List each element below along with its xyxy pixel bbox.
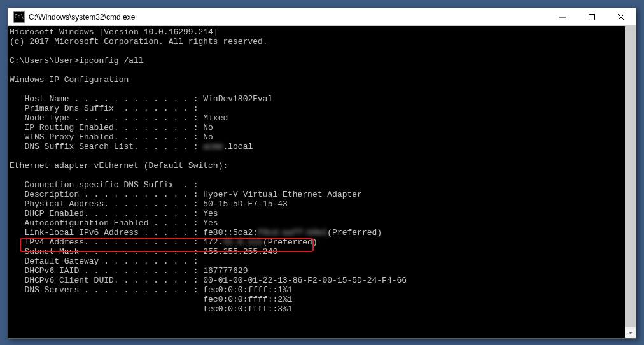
ipv6-line: Link-local IPv6 Address . . . . . : fe80…	[10, 228, 382, 237]
dns-servers-line: DNS Servers . . . . . . . . . . . : fec0…	[10, 285, 293, 295]
cmd-icon: C:\	[13, 11, 25, 23]
dhcpv6-iaid-line: DHCPv6 IAID . . . . . . . . . . . : 1677…	[10, 266, 248, 276]
node-type-line: Node Type . . . . . . . . . . . . : Mixe…	[10, 113, 228, 123]
dhcp-enabled-line: DHCP Enabled. . . . . . . . . . . : Yes	[10, 209, 218, 218]
conn-specific-line: Connection-specific DNS Suffix . :	[10, 180, 198, 190]
autoconfig-line: Autoconfiguration Enabled . . . . : Yes	[10, 218, 218, 228]
section-header: Windows IP Configuration	[10, 75, 129, 85]
window-controls	[548, 8, 636, 25]
vertical-scrollbar[interactable]	[625, 26, 636, 338]
dhcpv6-duid-line: DHCPv6 Client DUID. . . . . . . . : 00-0…	[10, 276, 407, 285]
primary-dns-line: Primary Dns Suffix . . . . . . . :	[10, 104, 198, 113]
physical-address-line: Physical Address. . . . . . . . . : 50-1…	[10, 199, 288, 209]
dns-servers-line: fec0:0:0:ffff::2%1	[10, 295, 293, 304]
maximize-button[interactable]	[577, 8, 606, 26]
ip-routing-line: IP Routing Enabled. . . . . . . . : No	[10, 123, 213, 132]
minimize-button[interactable]	[548, 8, 577, 26]
line: Microsoft Windows [Version 10.0.16299.21…	[10, 27, 218, 37]
dns-suffix-line: DNS Suffix Search List. . . . . . : acme…	[10, 142, 253, 151]
subnet-mask-line: Subnet Mask . . . . . . . . . . . : 255.…	[10, 247, 277, 257]
ipv4-line: IPv4 Address. . . . . . . . . . . : 172.…	[10, 237, 318, 247]
scroll-down-button[interactable]	[625, 327, 636, 338]
default-gateway-line: Default Gateway . . . . . . . . . :	[10, 257, 198, 266]
window-title: C:\Windows\system32\cmd.exe	[29, 13, 548, 22]
description-line: Description . . . . . . . . . . . : Hype…	[10, 190, 362, 199]
terminal-area[interactable]: Microsoft Windows [Version 10.0.16299.21…	[8, 26, 636, 338]
terminal-output: Microsoft Windows [Version 10.0.16299.21…	[8, 26, 636, 315]
titlebar[interactable]: C:\ C:\Windows\system32\cmd.exe	[8, 8, 636, 26]
prompt-line: C:\Users\User>ipconfig /all	[10, 56, 144, 66]
cmd-window: C:\ C:\Windows\system32\cmd.exe Microsof…	[8, 8, 636, 339]
scroll-thumb[interactable]	[625, 26, 636, 338]
close-button[interactable]	[606, 8, 636, 26]
wins-proxy-line: WINS Proxy Enabled. . . . . . . . : No	[10, 132, 213, 142]
line: (c) 2017 Microsoft Corporation. All righ…	[10, 37, 268, 46]
adapter-header: Ethernet adapter vEthernet (Default Swit…	[10, 161, 228, 171]
host-name-line: Host Name . . . . . . . . . . . . : WinD…	[10, 94, 272, 104]
svg-rect-0	[589, 15, 595, 20]
dns-servers-line: fec0:0:0:ffff::3%1	[10, 304, 293, 314]
